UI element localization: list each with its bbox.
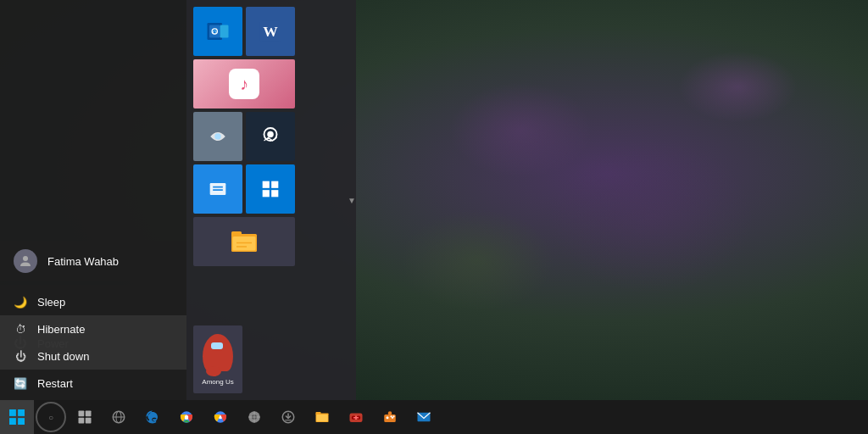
taskbar-download-icon[interactable]	[271, 400, 305, 434]
sleep-icon: 🌙	[14, 295, 27, 309]
shutdown-label: Shut down	[37, 350, 89, 363]
folder-icon	[314, 409, 330, 425]
taskbar-mail-icon[interactable]	[407, 400, 441, 434]
svg-point-62	[387, 416, 389, 419]
svg-point-64	[390, 415, 392, 417]
svg-rect-18	[263, 181, 270, 188]
tile-outlook[interactable]: O	[193, 7, 242, 56]
user-name: Fatima Wahab	[47, 255, 119, 268]
taskbar-chrome-icon-1[interactable]	[170, 400, 203, 434]
svg-point-12	[267, 131, 274, 138]
store-icon	[259, 177, 282, 201]
tile-row-5	[193, 217, 349, 266]
tile-spacer	[193, 270, 349, 322]
svg-rect-61	[389, 414, 391, 416]
chrome-icon-1	[179, 409, 194, 425]
user-section[interactable]: Fatima Wahab	[0, 241, 186, 281]
tile-row-4	[193, 164, 349, 214]
shutdown-item[interactable]: ⏻ Shut down	[0, 342, 186, 370]
svg-rect-34	[79, 418, 85, 424]
start-button[interactable]	[0, 400, 34, 434]
svg-rect-14	[210, 183, 226, 195]
svg-text:O: O	[213, 29, 217, 35]
hibernate-icon: ⏱	[14, 322, 27, 336]
svg-rect-29	[18, 409, 25, 416]
tile-row-6: Among Us	[193, 326, 349, 393]
taskbar-explorer-icon[interactable]	[305, 400, 339, 434]
svg-rect-20	[263, 190, 270, 197]
svg-rect-4	[220, 25, 229, 38]
restart-icon: 🔄	[14, 376, 27, 390]
svg-point-41	[185, 415, 189, 420]
taskbar-network-icon[interactable]	[102, 400, 136, 434]
chrome-icon-3	[247, 409, 262, 425]
download-icon	[281, 409, 296, 425]
itunes-note-icon: ♪	[240, 75, 248, 94]
svg-point-27	[23, 256, 28, 261]
svg-rect-19	[271, 181, 278, 188]
svg-point-65	[392, 415, 394, 417]
svg-rect-52	[316, 412, 321, 415]
windows-logo-icon	[9, 409, 25, 425]
taskbar-game-icon-2[interactable]	[373, 400, 407, 434]
person-icon	[18, 253, 33, 269]
tile-paint3d[interactable]	[193, 112, 242, 161]
taskbar-edge-icon[interactable]	[136, 400, 170, 434]
tile-row-1: O W	[193, 7, 349, 56]
among-us-label: Among Us	[202, 378, 233, 386]
svg-rect-32	[79, 411, 85, 417]
svg-rect-35	[86, 418, 92, 424]
taskbar-chrome-icon-2[interactable]	[203, 400, 237, 434]
svg-rect-21	[271, 190, 278, 197]
steam-icon	[258, 124, 283, 149]
among-us-body	[206, 366, 221, 376]
chrome-icon-2	[213, 409, 228, 425]
restart-label: Restart	[37, 377, 73, 390]
tile-itunes[interactable]: ♪	[193, 59, 295, 108]
svg-rect-17	[259, 177, 282, 201]
tile-todo[interactable]	[193, 164, 242, 214]
among-us-figure	[203, 334, 233, 371]
file-explorer-icon	[229, 226, 259, 257]
sleep-item[interactable]: 🌙 Sleep	[0, 288, 186, 315]
game-icon-1	[348, 409, 364, 425]
svg-text:W: W	[263, 23, 278, 40]
svg-rect-23	[231, 231, 242, 236]
tile-row-3	[193, 112, 349, 161]
task-view-button[interactable]	[68, 400, 102, 434]
cortana-icon: ○	[48, 413, 53, 422]
svg-rect-28	[9, 409, 16, 416]
tile-file-explorer[interactable]	[193, 217, 295, 266]
task-view-icon	[77, 409, 92, 425]
cortana-button[interactable]: ○	[34, 400, 68, 434]
svg-rect-53	[316, 415, 328, 421]
among-us-visor	[211, 342, 223, 349]
joystick-icon	[382, 409, 398, 425]
restart-item[interactable]: 🔄 Restart	[0, 370, 186, 397]
power-menu: 🌙 Sleep ⏱ Hibernate ⏻ Shut down 🔄 Restar…	[0, 285, 186, 400]
itunes-icon-bg: ♪	[229, 69, 259, 99]
paint3d-icon	[205, 124, 231, 149]
edge-icon	[145, 409, 160, 425]
start-menu-tiles: O W ♪	[186, 0, 356, 400]
taskbar-game-icon-1[interactable]	[339, 400, 373, 434]
hibernate-item[interactable]: ⏱ Hibernate	[0, 315, 186, 342]
svg-rect-31	[18, 418, 25, 425]
svg-rect-58	[353, 417, 359, 419]
outlook-icon: O	[205, 19, 231, 44]
mail-icon	[416, 409, 431, 425]
svg-point-9	[214, 133, 221, 140]
globe-icon	[111, 409, 126, 425]
taskbar-chrome-icon-3[interactable]	[237, 400, 271, 434]
taskbar: ○	[0, 400, 868, 434]
tile-among-us[interactable]: Among Us	[193, 326, 242, 393]
shutdown-icon: ⏻	[14, 349, 27, 363]
word-icon: W	[258, 19, 283, 44]
tile-store[interactable]	[246, 164, 295, 214]
cortana-circle: ○	[36, 402, 66, 432]
svg-rect-33	[86, 411, 92, 417]
tile-word[interactable]: W	[246, 7, 295, 56]
todo-icon	[206, 177, 230, 201]
tile-steam[interactable]	[246, 112, 295, 161]
tile-row-2: ♪	[193, 59, 349, 108]
